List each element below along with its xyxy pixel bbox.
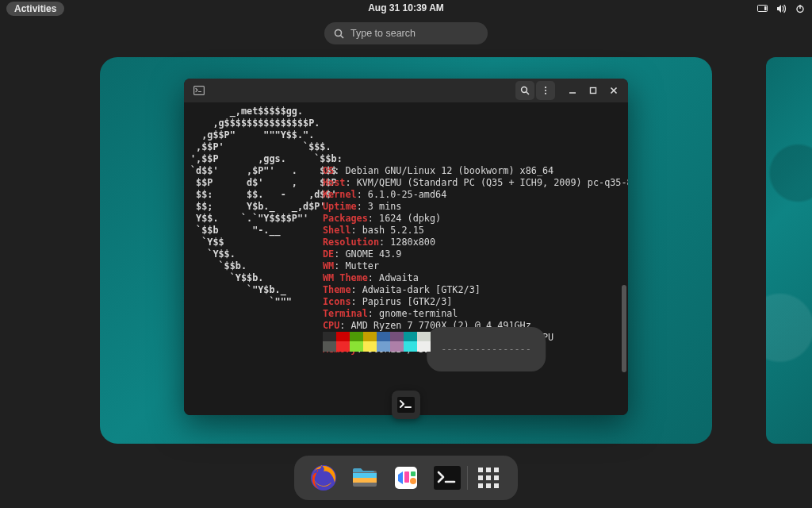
neofetch-ascii-logo: _,met$$$$$gg. ,g$$$$$$$$$$$$$$$P. ,g$$P"… (190, 106, 343, 308)
svg-rect-13 (591, 88, 596, 94)
top-bar: Activities Aug 31 10:39 AM (0, 0, 812, 17)
svg-rect-32 (486, 475, 491, 480)
svg-rect-30 (494, 468, 499, 472)
svg-point-7 (522, 87, 527, 93)
svg-rect-34 (478, 483, 483, 488)
dash-app-terminal[interactable] (432, 463, 462, 493)
terminal-body[interactable]: _,met$$$$$gg. ,g$$$$$$$$$$$$$$$P. ,g$$P"… (184, 102, 628, 415)
search-in-terminal-button[interactable] (515, 81, 534, 100)
svg-rect-29 (486, 468, 491, 472)
svg-line-5 (341, 35, 344, 38)
workspace-thumbnail-next[interactable] (766, 57, 812, 444)
dash-app-files[interactable] (350, 463, 380, 493)
svg-rect-6 (194, 87, 205, 95)
files-icon (350, 464, 379, 492)
svg-rect-35 (486, 483, 491, 488)
terminal-title-icon (193, 86, 205, 95)
volume-icon[interactable] (776, 3, 787, 14)
search-icon (334, 29, 344, 39)
svg-rect-23 (404, 471, 409, 483)
color-palette-light (323, 341, 431, 352)
dash-app-software[interactable] (391, 463, 421, 493)
svg-rect-26 (434, 466, 461, 490)
software-icon (392, 464, 420, 492)
svg-rect-36 (494, 483, 499, 488)
svg-rect-1 (764, 6, 767, 10)
svg-point-4 (335, 29, 342, 36)
hamburger-menu-button[interactable] (536, 81, 555, 100)
svg-rect-16 (397, 397, 415, 413)
svg-rect-31 (478, 475, 483, 480)
svg-point-24 (410, 478, 416, 484)
svg-rect-25 (411, 471, 416, 476)
dash-show-apps[interactable] (473, 463, 504, 493)
terminal-icon (397, 397, 415, 413)
close-button[interactable] (604, 81, 623, 100)
terminal-scrollbar[interactable] (622, 285, 626, 372)
svg-rect-28 (478, 468, 483, 472)
power-icon[interactable] (795, 3, 806, 14)
svg-rect-20 (353, 473, 377, 478)
svg-rect-33 (494, 475, 499, 480)
firefox-icon (309, 464, 338, 492)
dash (294, 456, 518, 500)
clock-menu[interactable]: Aug 31 10:39 AM (368, 2, 444, 13)
svg-rect-21 (353, 478, 377, 483)
svg-point-10 (545, 90, 546, 91)
window-titlebar (184, 79, 628, 102)
screen-icon[interactable] (756, 3, 768, 14)
terminal-icon (434, 466, 461, 490)
overview-search[interactable]: Type to search (324, 22, 488, 44)
dash-app-firefox[interactable] (308, 463, 339, 493)
terminal-window[interactable]: _,met$$$$$gg. ,g$$$$$$$$$$$$$$$P. ,g$$P"… (184, 79, 628, 415)
apps-grid-icon (477, 466, 500, 490)
svg-point-9 (545, 87, 546, 88)
svg-point-11 (545, 93, 546, 94)
running-app-terminal[interactable] (392, 391, 420, 419)
search-placeholder: Type to search (350, 28, 416, 39)
status-area[interactable] (756, 3, 806, 14)
minimize-button[interactable] (563, 81, 582, 100)
activities-button[interactable]: Activities (6, 2, 64, 16)
svg-line-8 (527, 92, 529, 94)
maximize-button[interactable] (584, 81, 603, 100)
